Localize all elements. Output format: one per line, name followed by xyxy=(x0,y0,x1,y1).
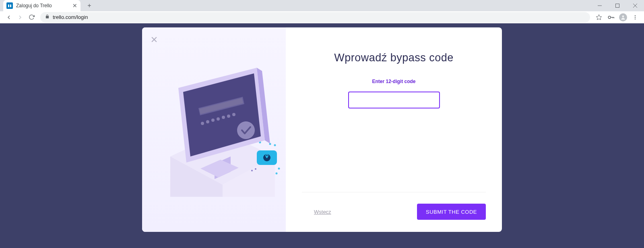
profile-icon[interactable] xyxy=(617,12,629,23)
browser-toolbar: trello.com/login xyxy=(0,11,644,23)
reload-button[interactable] xyxy=(26,12,37,23)
svg-point-44 xyxy=(255,168,256,170)
window-close-button[interactable] xyxy=(626,0,644,11)
svg-point-5 xyxy=(608,16,611,19)
window-minimize-button[interactable] xyxy=(591,0,609,11)
address-bar[interactable]: trello.com/login xyxy=(40,12,590,23)
svg-point-40 xyxy=(227,115,230,118)
svg-point-27 xyxy=(276,173,278,175)
svg-point-36 xyxy=(206,120,209,123)
window-controls xyxy=(591,0,644,11)
browser-chrome: Zaloguj do Trello ✕ + xyxy=(0,0,644,23)
close-icon[interactable] xyxy=(150,35,158,45)
forward-button[interactable] xyxy=(14,12,26,23)
svg-point-23 xyxy=(274,144,276,146)
window-maximize-button[interactable] xyxy=(609,0,626,11)
tab-close-icon[interactable]: ✕ xyxy=(72,2,77,9)
browser-tab[interactable]: Zaloguj do Trello ✕ xyxy=(3,0,80,11)
lock-icon xyxy=(45,14,50,20)
back-link[interactable]: Wstecz xyxy=(314,209,331,215)
bypass-code-modal: Wprowadź bypass code Enter 12-digit code… xyxy=(142,27,502,232)
svg-point-39 xyxy=(222,116,225,119)
password-key-icon[interactable] xyxy=(605,12,617,23)
svg-point-38 xyxy=(217,117,220,121)
back-button[interactable] xyxy=(3,12,14,23)
bypass-code-input[interactable] xyxy=(348,92,440,108)
modal-action-bar: Wstecz SUBMIT THE CODE xyxy=(302,192,486,220)
svg-point-11 xyxy=(635,17,636,17)
modal-form-panel: Wprowadź bypass code Enter 12-digit code… xyxy=(286,27,502,232)
svg-point-24 xyxy=(269,143,271,145)
tab-bar: Zaloguj do Trello ✕ + xyxy=(0,0,644,11)
svg-point-10 xyxy=(635,15,636,16)
svg-rect-1 xyxy=(616,4,619,8)
menu-icon[interactable] xyxy=(630,12,641,23)
url-text: trello.com/login xyxy=(53,14,88,20)
modal-illustration-panel xyxy=(142,27,286,232)
toolbar-right xyxy=(593,12,641,23)
code-prompt-label: Enter 12-digit code xyxy=(302,79,486,84)
trello-favicon xyxy=(6,2,13,9)
monitor-illustration xyxy=(154,64,283,197)
svg-point-9 xyxy=(622,15,624,17)
modal-heading: Wprowadź bypass code xyxy=(302,52,486,64)
submit-button[interactable]: SUBMIT THE CODE xyxy=(417,204,486,220)
new-tab-button[interactable]: + xyxy=(85,1,94,10)
page-body: Wprowadź bypass code Enter 12-digit code… xyxy=(0,23,644,248)
svg-point-37 xyxy=(211,119,215,122)
tab-title: Zaloguj do Trello xyxy=(16,3,52,8)
svg-point-43 xyxy=(251,170,253,171)
svg-point-35 xyxy=(201,122,204,125)
svg-point-12 xyxy=(635,18,636,19)
svg-point-42 xyxy=(237,121,255,139)
svg-point-41 xyxy=(232,113,235,116)
svg-marker-4 xyxy=(596,15,601,20)
svg-point-26 xyxy=(278,168,280,170)
bookmark-star-icon[interactable] xyxy=(593,12,605,23)
